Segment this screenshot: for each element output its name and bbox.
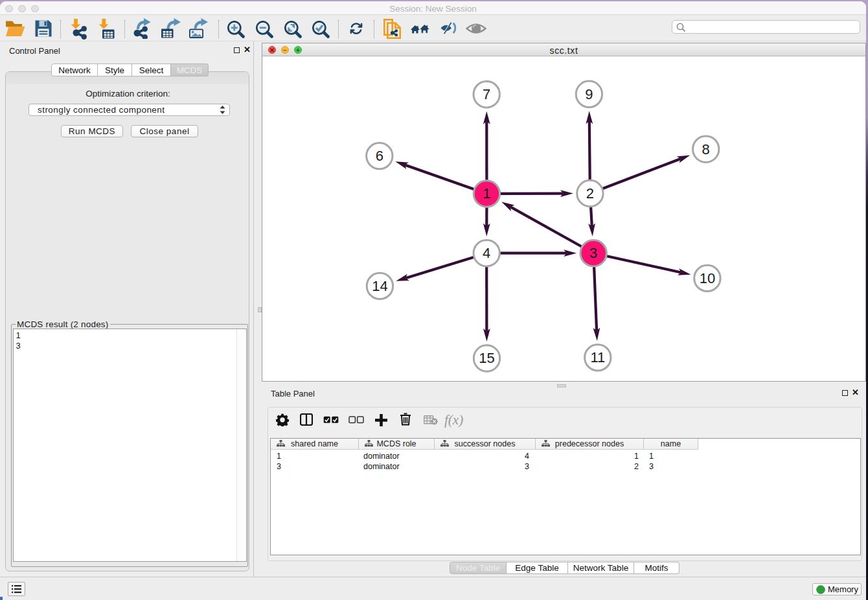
svg-text:3: 3 xyxy=(589,245,597,261)
svg-text:15: 15 xyxy=(479,350,494,366)
svg-text:11: 11 xyxy=(590,349,605,365)
svg-text:2: 2 xyxy=(586,185,594,202)
svg-text:9: 9 xyxy=(585,86,593,102)
svg-text:6: 6 xyxy=(376,148,383,164)
svg-text:7: 7 xyxy=(483,86,490,102)
svg-text:8: 8 xyxy=(702,141,710,157)
svg-text:1: 1 xyxy=(483,185,490,202)
svg-text:10: 10 xyxy=(700,270,715,286)
svg-text:4: 4 xyxy=(483,245,490,261)
svg-text:14: 14 xyxy=(372,278,387,294)
